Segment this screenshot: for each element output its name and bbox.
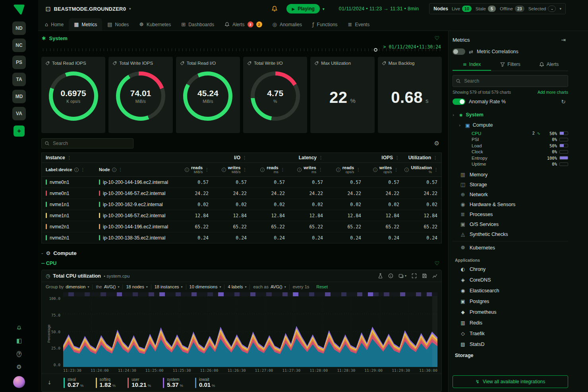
chart-type-icon[interactable]: ▾ — [398, 273, 406, 278]
workspace-ps[interactable]: PS — [12, 56, 26, 69]
tab-events[interactable]: ≣Events — [343, 18, 375, 31]
sidebar-metric-cpu[interactable]: CPU2∿50% — [453, 130, 568, 137]
column-header-reads-mib-s[interactable]: ireadsMiB/s⋮ — [174, 163, 212, 176]
legend-item-user[interactable]: user10.21% — [128, 377, 151, 388]
app-item-chrony[interactable]: ◐Chrony — [453, 264, 568, 274]
anomalies-flask-icon[interactable] — [378, 273, 383, 278]
tree-item-network[interactable]: ⊕Network — [453, 189, 568, 199]
toolbar-each-asavg-[interactable]: each asAVG()▾ — [253, 284, 286, 289]
tab-metrics[interactable]: ▦Metrics — [69, 18, 102, 31]
legend-item-iowait[interactable]: iowait0.01% — [195, 377, 215, 388]
cpu-title[interactable]: -- CPU — [41, 261, 56, 266]
tree-item-storage[interactable]: Storage — [453, 350, 568, 361]
tab-dashboards[interactable]: ⊞Dashboards — [176, 18, 219, 31]
sidebar-metric-load[interactable]: Load50% — [453, 143, 568, 149]
tab-home[interactable]: ⌂Home — [40, 18, 69, 31]
rail-integrations-icon[interactable]: ◧ — [14, 336, 24, 346]
column-header-label-device[interactable]: Label:devicei⋮ — [42, 163, 95, 176]
legend-item-steal[interactable]: steal0.27% — [64, 377, 84, 388]
table-group-iops[interactable]: IOPS⋮ — [327, 153, 403, 162]
table-group-instance[interactable]: Instance⋮ — [42, 153, 174, 162]
space-selector[interactable]: ⊡ BEASTMODE.GROUNDZER0 ▾ — [43, 5, 133, 13]
table-row[interactable]: nvme1n1ip-10-200-146-57.ec2.internal12.8… — [42, 210, 441, 221]
sidebar-metric-uptime[interactable]: Uptime0% — [453, 161, 568, 168]
column-header-reads-ms[interactable]: ireadsms⋮ — [250, 163, 288, 176]
sidebar-tab-index[interactable]: ≡Index — [453, 59, 491, 71]
timeline-ruler[interactable]: > 01/11/2024•11:30:24 — [41, 44, 442, 53]
notification-bell-icon[interactable] — [269, 5, 280, 12]
app-item-redis[interactable]: ▥Redis — [453, 317, 568, 328]
sidebar-metric-psi[interactable]: PSI0% — [453, 137, 568, 143]
refresh-icon[interactable]: ↻ — [559, 98, 568, 105]
play-chevron-icon[interactable]: ▾ — [323, 7, 325, 11]
column-header-writes-ms[interactable]: iwritesms⋮ — [288, 163, 326, 176]
settings-gear-icon[interactable]: ⚙ — [14, 362, 24, 372]
fullscreen-icon[interactable] — [412, 273, 417, 278]
table-group-latency[interactable]: Latency⋮ — [251, 153, 327, 162]
workspace-nc[interactable]: NC — [12, 39, 26, 52]
toolbar-group-bydimension[interactable]: Group bydimension▾ — [46, 284, 89, 289]
date-range[interactable]: 01/11/2024 • 11:23 → 11:31 • 8min — [339, 6, 419, 12]
table-row[interactable]: nvme1n1ip-10-200-162-9.ec2.internal0.020… — [42, 199, 441, 210]
sidebar-search[interactable] — [453, 75, 568, 87]
draw-chart-icon[interactable] — [432, 273, 437, 278]
toolbar-theavg-[interactable]: theAVG()▾ — [96, 284, 119, 289]
column-header-writes-mib-s[interactable]: iwritesMiB/s⋮ — [212, 163, 250, 176]
save-icon[interactable] — [422, 273, 427, 278]
toolbar-18-instances[interactable]: 18 instances▾ — [155, 284, 183, 289]
sidebar-search-input[interactable] — [463, 78, 565, 84]
column-header-reads-ops-s[interactable]: ireadsops/s⋮ — [326, 163, 364, 176]
gauge-card-total-read-iops[interactable]: Total Read IOPS0.6975K ops/s — [41, 57, 105, 133]
gauge-card-total-write-i-o[interactable]: Total Write I/O4.75% — [243, 57, 307, 133]
sidebar-tab-filters[interactable]: Filters — [491, 59, 530, 71]
user-avatar[interactable] — [13, 376, 25, 388]
tree-item-hardware-sensors[interactable]: ◉Hardware & Sensors — [453, 199, 568, 209]
nodes-summary[interactable]: Nodes Live10Stale5Offline23Selected- ▾ — [429, 3, 566, 14]
gauge-card-total-read-i-o[interactable]: Total Read I/O45.24MiB/s — [176, 57, 240, 133]
sidebar-metric-entropy[interactable]: Entropy100% — [453, 155, 568, 161]
workspace-nd[interactable]: ND — [12, 21, 26, 35]
legend-item-softirq[interactable]: softirq1.82% — [96, 377, 116, 388]
tab-anomalies[interactable]: ◎Anomalies — [267, 18, 307, 31]
legend-sort-arrow-icon[interactable]: ↓ — [47, 380, 52, 386]
table-row[interactable]: nvme2n1ip-10-200-138-35.ec2.internal0.24… — [42, 232, 441, 243]
compute-section-header[interactable]: - ⚙ Compute — [41, 250, 442, 256]
tree-item-synthetic-checks[interactable]: ◬Synthetic Checks — [453, 229, 568, 239]
tree-item-system[interactable]: › ∗ System — [453, 110, 568, 120]
column-header-utilization--[interactable]: iUtilization%⋮ — [401, 163, 441, 176]
table-row[interactable]: nvme0n1ip-10-200-146-57.ec2.internal24.2… — [42, 188, 441, 199]
legend-item-system[interactable]: system5.37% — [163, 377, 183, 388]
tab-functions[interactable]: ƒFunctions — [307, 18, 343, 31]
app-item-traefik[interactable]: ◇Traefik — [453, 328, 568, 339]
favorite-heart-icon[interactable]: ♡ — [432, 35, 442, 42]
anomaly-ribbon[interactable] — [63, 292, 437, 296]
workspace-ta[interactable]: TA — [12, 73, 26, 86]
gauge-card-total-write-iops[interactable]: Total Write IOPS74.01MiB/s — [108, 57, 172, 133]
anomaly-rate-toggle[interactable] — [453, 98, 465, 105]
gauge-card-max-utilization[interactable]: Max Utilization22% — [310, 57, 374, 133]
cpu-favorite-heart-icon[interactable]: ♡ — [432, 260, 442, 267]
gauge-card-max-backlog[interactable]: Max Backlog0.68s — [378, 57, 442, 133]
app-item-statsd[interactable]: ▨StatsD — [453, 339, 568, 350]
table-row[interactable]: nvme0n1ip-10-200-144-196.ec2.internal0.5… — [42, 177, 441, 188]
tab-kubernetes[interactable]: ☸Kubernetes — [134, 18, 176, 31]
table-settings-gear-icon[interactable]: ⚙ — [432, 139, 442, 147]
view-integrations-button[interactable]: ↯ View all available integrations — [453, 375, 568, 388]
workspace-md[interactable]: MD — [12, 90, 26, 103]
sidebar-tab-alerts[interactable]: Alerts — [530, 59, 568, 71]
toolbar-every-1s[interactable]: every 1s — [293, 284, 309, 289]
app-item-postgres[interactable]: ▣Postgres — [453, 296, 568, 307]
sidebar-metric-clock[interactable]: Clock0% — [453, 149, 568, 155]
tree-item-o-s-services[interactable]: ▣O/S Services — [453, 219, 568, 229]
toolbar-18-nodes[interactable]: 18 nodes▾ — [126, 284, 147, 289]
table-group-i-o[interactable]: I/O⋮ — [174, 153, 251, 162]
timeline-marker[interactable] — [374, 48, 377, 52]
search-input[interactable] — [52, 140, 130, 147]
toolbar-10-dimensions[interactable]: 10 dimensions▾ — [190, 284, 221, 289]
cpu-area-chart[interactable] — [63, 296, 437, 367]
tree-item-storage[interactable]: ◫Storage — [453, 180, 568, 189]
netdata-logo-icon[interactable] — [12, 3, 26, 16]
info-icon[interactable] — [388, 273, 393, 278]
column-header-node[interactable]: Nodei⋮ — [95, 163, 174, 176]
workspace-va[interactable]: VA — [12, 107, 26, 120]
